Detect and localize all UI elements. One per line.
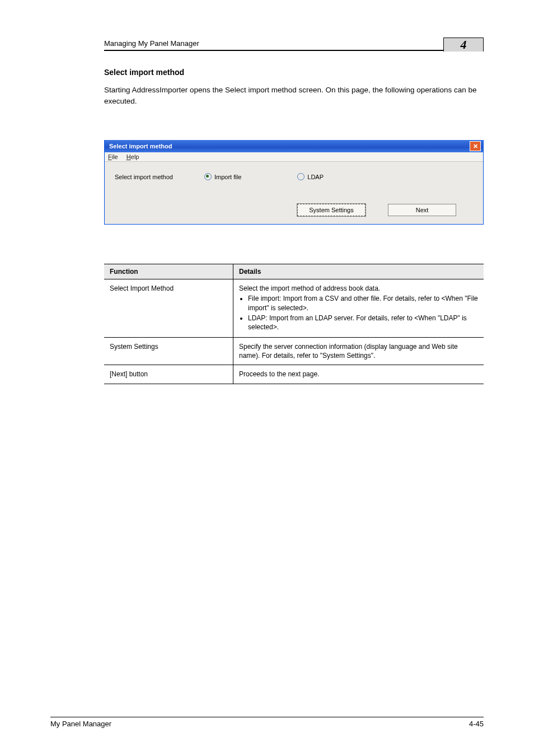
radio-ldap-label: LDAP <box>307 174 324 180</box>
dialog-titlebar: Select import method ✕ <box>105 140 483 152</box>
radio-import-file[interactable]: Import file <box>204 173 241 180</box>
header-rule: 4 <box>104 50 484 51</box>
cell-details: Specify the server connection informatio… <box>233 338 484 365</box>
cell-function: System Settings <box>104 338 233 365</box>
footer-page-number: 4-45 <box>469 720 484 728</box>
system-settings-button[interactable]: System Settings <box>297 204 366 216</box>
dialog-menubar: File Help <box>105 152 483 162</box>
list-item: LDAP: Import from an LDAP server. For de… <box>248 314 478 332</box>
table-header-row: Function Details <box>104 264 484 279</box>
import-method-label: Select import method <box>115 174 204 180</box>
radio-import-file-label: Import file <box>214 174 241 180</box>
cell-function: Select Import Method <box>104 279 233 338</box>
cell-detail-list: File import: Import from a CSV and other… <box>239 294 478 332</box>
select-import-method-dialog: Select import method ✕ File Help Select … <box>104 140 484 225</box>
dialog-body: Select import method Import file LDAP Sy… <box>105 162 483 224</box>
running-header: Managing My Panel Manager <box>50 39 484 48</box>
radio-dot-icon <box>204 173 212 180</box>
radio-dot-icon <box>297 173 305 180</box>
cell-details: Select the import method of address book… <box>233 279 484 338</box>
col-details: Details <box>233 264 484 279</box>
close-icon: ✕ <box>473 143 478 150</box>
function-details-table: Function Details Select Import Method Se… <box>104 264 484 384</box>
next-button[interactable]: Next <box>388 204 456 216</box>
section-paragraph: Starting AddressImporter opens the Selec… <box>104 85 484 106</box>
section-heading: Select import method <box>104 68 484 77</box>
cell-function: [Next] button <box>104 365 233 384</box>
section-body: Select import method Starting AddressImp… <box>104 68 484 384</box>
menu-help[interactable]: Help <box>127 153 139 160</box>
menu-file[interactable]: File <box>108 153 118 160</box>
import-method-row: Select import method Import file LDAP <box>115 173 473 180</box>
cell-details: Proceeds to the next page. <box>233 365 484 384</box>
radio-ldap[interactable]: LDAP <box>297 173 324 180</box>
chapter-tab: 4 <box>443 38 484 52</box>
cell-detail-intro: Select the import method of address book… <box>239 284 380 292</box>
dialog-title: Select import method <box>109 143 172 150</box>
footer-product: My Panel Manager <box>50 720 111 728</box>
close-button[interactable]: ✕ <box>470 141 481 151</box>
table-row: [Next] button Proceeds to the next page. <box>104 365 484 384</box>
chapter-number: 4 <box>461 38 467 52</box>
col-function: Function <box>104 264 233 279</box>
table-row: System Settings Specify the server conne… <box>104 338 484 365</box>
table-row: Select Import Method Select the import m… <box>104 279 484 338</box>
page-footer: My Panel Manager 4-45 <box>50 717 484 728</box>
list-item: File import: Import from a CSV and other… <box>248 294 478 312</box>
dialog-button-row: System Settings Next <box>115 204 473 216</box>
